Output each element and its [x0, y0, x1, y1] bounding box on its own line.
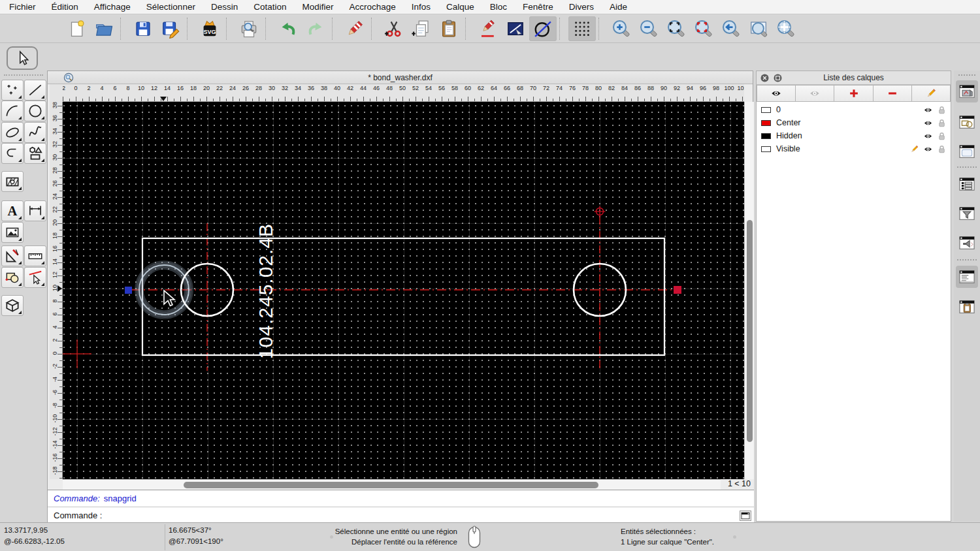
drawing-window: * bond_washer.dxf -202468101214161820222…: [47, 71, 753, 523]
cut-button[interactable]: [380, 16, 408, 41]
zoom-redraw-button[interactable]: [690, 16, 717, 41]
undo-icon: [278, 19, 298, 39]
zoom-pan-button[interactable]: [772, 16, 800, 41]
block-list-dock-button[interactable]: [956, 111, 978, 133]
measure-tool-button[interactable]: [24, 245, 46, 266]
menu-item-calque[interactable]: Calque: [446, 2, 474, 12]
solid-3d-tool-button[interactable]: [1, 295, 24, 316]
washer-outline-entity: [142, 238, 664, 355]
blocks-tool-button[interactable]: [1, 267, 24, 288]
hatch-tool-button[interactable]: [1, 171, 24, 192]
eye-icon[interactable]: [923, 131, 933, 141]
drawing-canvas[interactable]: 104.245.02.4B: [63, 102, 744, 479]
layer-row-0[interactable]: 0: [757, 103, 951, 116]
menu-item-modifier[interactable]: Modifier: [302, 2, 333, 12]
line-tool-button[interactable]: [24, 80, 46, 101]
menu-item-fenetre[interactable]: Fenêtre: [523, 2, 553, 12]
eye-icon[interactable]: [923, 105, 933, 115]
lock-icon[interactable]: [937, 105, 947, 115]
add-layer-button[interactable]: [834, 85, 873, 102]
zoom-auto-button[interactable]: [662, 16, 690, 41]
draft-circle-line-button[interactable]: [529, 16, 557, 41]
zoom-previous-icon: [721, 19, 741, 39]
export-svg-button[interactable]: SVG: [196, 16, 223, 41]
image-tool-button[interactable]: [1, 222, 24, 243]
library-browser-dock-button[interactable]: [956, 140, 978, 163]
zoom-in-button[interactable]: [608, 16, 635, 41]
circle-tool-button[interactable]: [24, 101, 46, 121]
command-window-toggle-button[interactable]: [740, 511, 751, 521]
zoom-out-button[interactable]: [635, 16, 662, 41]
lock-icon[interactable]: [937, 118, 947, 128]
zoom-indicator: 1 < 10: [721, 479, 752, 490]
open-file-button[interactable]: [90, 16, 118, 41]
command-line-dock-button[interactable]: [956, 266, 978, 288]
spline-tool-button[interactable]: [24, 122, 46, 143]
ellipse-tool-button[interactable]: [1, 122, 24, 143]
selection-handle[interactable]: [125, 287, 132, 294]
lock-icon[interactable]: [937, 131, 947, 141]
filter-dock-button[interactable]: [956, 202, 978, 225]
print-preview-button[interactable]: [235, 16, 263, 41]
paste-button[interactable]: [435, 16, 463, 41]
polyline-icon: [4, 145, 21, 162]
zoom-previous-button[interactable]: [717, 16, 745, 41]
scissors-icon: [384, 19, 404, 39]
layer-name: Center: [776, 118, 923, 127]
selection-handle[interactable]: [674, 286, 681, 294]
menu-item-dessin[interactable]: Dessin: [211, 2, 238, 12]
eye-icon[interactable]: [923, 118, 933, 128]
text-tool-button[interactable]: A: [1, 200, 24, 221]
polygon-shapes-tool-button[interactable]: [24, 143, 46, 164]
layer-list-dock-button[interactable]: [956, 80, 978, 102]
menu-item-fichier[interactable]: Fichier: [9, 2, 36, 12]
entity-list-dock-button[interactable]: [956, 173, 978, 195]
copy-button[interactable]: [408, 16, 435, 41]
polyline-tool-button[interactable]: [1, 143, 24, 164]
insert-dock-button[interactable]: [956, 232, 978, 254]
save-as-button[interactable]: [157, 16, 184, 41]
dimension-tool-button[interactable]: [24, 200, 46, 221]
hide-all-layers-button[interactable]: [796, 85, 834, 102]
pen-edit-button[interactable]: [474, 16, 502, 41]
vertical-scrollbar[interactable]: [744, 102, 754, 479]
clipboard-dock-button[interactable]: [956, 296, 978, 318]
remove-layer-button[interactable]: [874, 85, 912, 102]
horizontal-scrollbar[interactable]: [63, 479, 729, 490]
command-input[interactable]: [106, 509, 740, 522]
modify-tool-button[interactable]: [1, 245, 24, 266]
vertical-scrollbar-thumb[interactable]: [747, 220, 753, 442]
horizontal-scrollbar-thumb[interactable]: [184, 482, 598, 488]
polyline-edit-button[interactable]: [502, 16, 529, 41]
points-tool-button[interactable]: [1, 80, 24, 101]
show-all-layers-button[interactable]: [757, 85, 796, 102]
edit-layer-button[interactable]: [912, 85, 951, 102]
select-entity-tool-button[interactable]: [24, 267, 46, 288]
layer-row-hidden[interactable]: Hidden: [757, 129, 951, 142]
menu-item-infos[interactable]: Infos: [412, 2, 431, 12]
menu-item-cotation[interactable]: Cotation: [253, 2, 286, 12]
save-button[interactable]: [129, 16, 157, 41]
menu-item-accrochage[interactable]: Accrochage: [349, 2, 395, 12]
float-panel-button[interactable]: [773, 73, 783, 83]
menu-item-bloc[interactable]: Bloc: [490, 2, 507, 12]
close-panel-button[interactable]: [760, 73, 770, 83]
menu-item-edition[interactable]: Édition: [52, 2, 78, 12]
menu-item-affichage[interactable]: Affichage: [94, 2, 131, 12]
snap-grid-button[interactable]: [568, 16, 596, 41]
layer-row-center[interactable]: Center: [757, 116, 951, 129]
delete-button[interactable]: [341, 16, 368, 41]
redo-button[interactable]: [302, 16, 329, 41]
layer-row-visible[interactable]: Visible: [757, 142, 951, 155]
menu-item-divers[interactable]: Divers: [569, 2, 594, 12]
select-tool-button[interactable]: [7, 46, 38, 70]
lock-icon[interactable]: [937, 144, 947, 154]
drawing-window-titlebar[interactable]: * bond_washer.dxf: [48, 71, 753, 84]
menu-item-aide[interactable]: Aide: [610, 2, 627, 12]
menu-item-selectionner[interactable]: Sélectionner: [146, 2, 195, 12]
zoom-window-button[interactable]: [745, 16, 772, 41]
arc-tool-button[interactable]: [1, 101, 24, 121]
eye-icon[interactable]: [923, 144, 933, 154]
undo-button[interactable]: [274, 16, 302, 41]
new-file-button[interactable]: [63, 16, 90, 41]
